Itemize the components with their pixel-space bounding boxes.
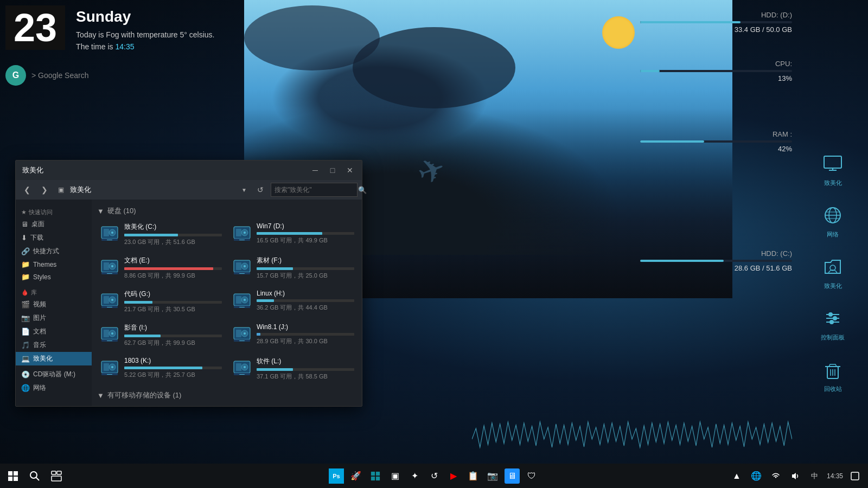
refresh-button[interactable]: ↺ [253,183,267,197]
window-controls: ─ □ ✕ [308,164,358,177]
disk-bar-g [124,301,222,304]
taskbar-ime[interactable]: 中 [807,468,822,484]
sidebar-item-shortcuts[interactable]: 🔗 快捷方式 [16,245,92,258]
sidebar-item-themes[interactable]: 📁 Themes [16,258,92,271]
disk-item-j[interactable]: Win8.1 (J:) 28.9 GB 可用，共 30.0 GB [228,320,358,350]
svg-point-69 [111,366,113,368]
disk-info-l: 软件 (L:) 37.1 GB 可用，共 58.5 GB [257,357,354,381]
sidebar-item-docs[interactable]: 📄 文档 [16,325,92,338]
disk-item-l[interactable]: 软件 (L:) 37.1 GB 可用，共 58.5 GB [228,354,358,384]
day-number: 23 [5,5,65,50]
forward-button[interactable]: ❯ [37,183,52,197]
disk-info-i: 影音 (I:) 62.7 GB 可用，共 99.9 GB [124,323,222,347]
removable-item-m[interactable]: CD 驱动器 (M:) Wireless 0 字节 可用，共 6.91 MB C… [96,403,358,406]
taskbar-volume-icon[interactable] [788,468,803,484]
file-explorer-titlebar: 致美化 ─ □ ✕ [16,160,362,180]
search-box[interactable]: 🔍 [271,183,358,197]
disk-item-c[interactable]: 致美化 (C:) 23.0 GB 可用，共 51.6 GB [96,219,225,249]
sidebar-item-photo[interactable]: 📷 图片 [16,311,92,325]
breadcrumb-path[interactable]: 致美化 [70,185,234,195]
taskbar-windows[interactable] [368,468,383,484]
search-avatar[interactable]: G [5,65,26,86]
taskbar-notification[interactable] [847,468,863,484]
hdd-d-widget: HDD: (D:) 33.4 GB / 50.0 GB [640,11,792,34]
search-placeholder[interactable]: > Google Search [31,71,88,80]
hdd-d-label: HDD: (D:) [640,11,792,19]
disk-item-f[interactable]: 素材 (F:) 15.7 GB 可用，共 25.0 GB [228,253,358,283]
search-input[interactable] [275,186,356,194]
hdd-d-bar-fill [640,21,741,23]
monitor-icon [821,152,845,176]
sidebar-icon-network[interactable]: 网络 [821,203,845,239]
wallpaper-sun [602,16,635,49]
back-button[interactable]: ❮ [20,183,34,197]
day-name: Sunday [76,8,214,25]
taskbar-screen[interactable]: ▣ [387,468,403,484]
svg-point-10 [833,316,837,320]
taskbar-chevron-up[interactable]: ▲ [729,468,744,484]
taskbar-shield[interactable]: 🛡 [524,468,539,484]
weather-text: Today is Fog with temperature 5° celsius… [76,29,214,53]
hdd-d-bar-container [640,21,792,23]
svg-rect-73 [236,363,241,371]
sidebar-icon-recycle[interactable]: 回收站 [821,358,845,393]
disk-icon-l [232,357,252,377]
sidebar-item-network-nav[interactable]: 🌐 网络 [16,381,92,395]
disk-item-i[interactable]: 影音 (I:) 62.7 GB 可用，共 99.9 GB [96,320,225,350]
maximize-button[interactable]: □ [325,164,340,177]
sidebar-item-styles[interactable]: 📁 Styles [16,271,92,283]
svg-rect-77 [239,374,245,375]
taskbar-photoshop[interactable]: Ps [329,468,344,484]
breadcrumb-dropdown[interactable]: ▼ [237,183,251,197]
hdd-c-values: 28.6 GB / 51.6 GB [640,264,792,272]
taskbar-refresh[interactable]: ↺ [426,468,442,484]
svg-rect-25 [236,229,241,236]
sidebar-item-music[interactable]: 🎵 音乐 [16,338,92,352]
search-icon[interactable]: 🔍 [358,186,367,194]
sidebar-item-download[interactable]: ⬇ 下载 [16,231,92,245]
disk-item-h[interactable]: Linux (H:) 36.2 GB 可用，共 44.4 GB [228,286,358,317]
sidebar-icon-control-panel[interactable]: 控制面板 [821,306,845,342]
taskbar-camera[interactable]: 📷 [485,468,500,484]
close-button[interactable]: ✕ [342,164,358,177]
taskbar-play[interactable]: ▶ [446,468,461,484]
sidebar-item-network-label: 网络 [33,383,46,393]
taskbar-wifi-icon[interactable] [768,468,783,484]
taskbar-network-icon[interactable]: 🌐 [749,468,764,484]
taskbar-clipboard[interactable]: 📋 [465,468,481,484]
cpu-bar-fill [640,70,660,72]
svg-rect-23 [107,240,112,240]
disk-item-e[interactable]: 文档 (E:) 8.86 GB 可用，共 99.9 GB [96,253,225,283]
taskbar-rocket[interactable]: 🚀 [348,468,363,484]
disk-item-g[interactable]: 代码 (G:) 21.7 GB 可用，共 30.5 GB [96,286,225,317]
disk-name-e: 文档 (E:) [124,256,222,265]
disk-bar-i [124,335,222,337]
sidebar-item-cd[interactable]: 💿 CD驱动器 (M:) [16,368,92,381]
search-taskbar-button[interactable] [27,468,42,484]
disks-section-header[interactable]: ▼ 硬盘 (10) [96,204,358,219]
sidebar-icon-zhimeihua-mid[interactable]: 致美化 [821,255,845,290]
taskbar-star[interactable]: ✦ [407,468,422,484]
minimize-button[interactable]: ─ [308,164,323,177]
taskbar-time-display[interactable]: 14:35 [827,472,843,480]
disk-item-d[interactable]: Win7 (D:) 16.5 GB 可用，共 49.9 GB [228,219,358,249]
task-view-button[interactable] [49,468,64,484]
taskbar-monitor[interactable]: 🖥 [505,468,520,484]
disk-icon-j [232,323,252,344]
start-button[interactable] [5,468,21,484]
disk-info-j: Win8.1 (J:) 28.9 GB 可用，共 30.0 GB [257,323,354,345]
disk-fill-c [124,234,178,236]
search-widget[interactable]: G > Google Search [5,65,88,86]
removable-section-arrow: ▼ [97,391,104,400]
sidebar-icon-zhimeihua-top[interactable]: 致美化 [821,152,845,187]
disk-fill-k [124,367,202,369]
disk-name-c: 致美化 (C:) [124,222,222,232]
svg-rect-41 [239,273,245,274]
removable-section-header[interactable]: ▼ 有可移动存储的设备 (1) [96,388,358,403]
sidebar-item-video[interactable]: 🎬 视频 [16,298,92,311]
sidebar-item-desktop[interactable]: 🖥 桌面 [16,217,92,231]
sidebar-item-zhimeihua[interactable]: 💻 致美化 [16,352,92,365]
disk-grid: 致美化 (C:) 23.0 GB 可用，共 51.6 GB [96,219,358,384]
disk-fill-h [257,299,274,302]
disk-item-k[interactable]: 1803 (K:) 5.22 GB 可用，共 25.7 GB [96,354,225,384]
